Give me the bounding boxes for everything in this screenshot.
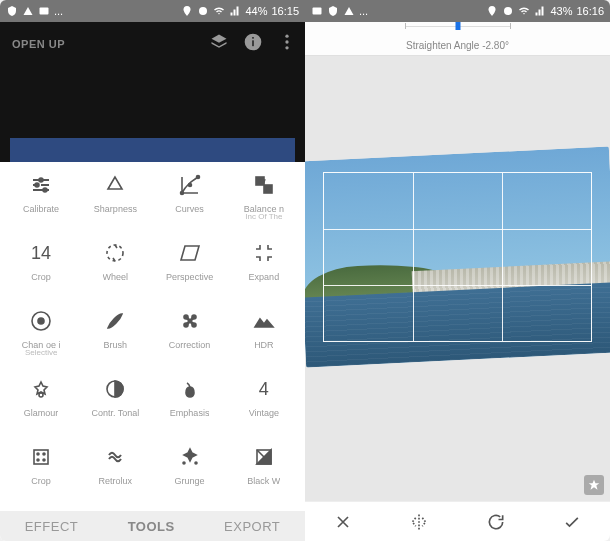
tool-label: Correction [169,340,211,350]
svg-rect-4 [252,37,254,39]
image-icon [311,5,323,17]
tool-label: Curves [175,204,204,214]
tool-balance[interactable]: WBBalance nInc Of The [227,172,301,240]
info-icon[interactable] [243,32,263,52]
triangle-icon [22,5,34,17]
tool-expand[interactable]: Expand [227,240,301,308]
svg-point-21 [184,315,188,319]
time-text: 16:15 [271,5,299,17]
tool-bw[interactable]: Black W [227,444,301,511]
tool-hdr[interactable]: HDR [227,308,301,376]
svg-point-9 [35,183,39,187]
svg-point-25 [39,393,43,397]
layers-icon[interactable] [209,32,229,52]
nfc-icon [502,5,514,17]
expand-icon [251,240,277,266]
svg-point-13 [196,176,199,179]
tool-label: Calibrate [23,204,59,214]
angle-ruler[interactable]: Straighten Angle -2.80° [305,22,610,56]
svg-point-31 [43,459,45,461]
svg-point-12 [188,184,191,187]
svg-point-23 [184,323,188,327]
svg-point-24 [192,323,196,327]
tool-selective[interactable]: Chan oe iSelective [4,308,78,376]
svg-point-5 [285,35,288,38]
wheel-icon [102,240,128,266]
app-header: OPEN UP [0,22,305,162]
signal-icon [534,5,546,17]
wifi-icon [213,5,225,17]
photo-preview[interactable] [309,162,606,352]
perspective-icon [177,240,203,266]
tool-label: Crop [31,476,51,486]
signal-icon [229,5,241,17]
svg-point-28 [37,453,39,455]
crop-grid [323,172,592,342]
tool-vintage[interactable]: 4Vintage [227,376,301,444]
tool-label: Emphasis [170,408,210,418]
tool-emphasis[interactable]: Emphasis [153,376,227,444]
status-bar: ... 43% 16:16 [305,0,610,22]
svg-point-22 [192,315,196,319]
nfc-icon [197,5,209,17]
tool-glamour[interactable]: Glamour [4,376,78,444]
tab-effect[interactable]: EFFECT [25,519,79,534]
tool-crop2[interactable]: Crop [4,444,78,511]
cancel-button[interactable] [331,510,355,534]
tonal-icon [102,376,128,402]
bottom-tabs: EFFECT TOOLS EXPORT [0,511,305,541]
tool-calibrate[interactable]: Calibrate [4,172,78,240]
tool-wheel[interactable]: Wheel [78,240,152,308]
tool-correction[interactable]: Correction [153,308,227,376]
selective-icon [28,308,54,334]
left-phone: ... 44% 16:15 OPEN UP CalibrateSharpne [0,0,305,541]
tool-brush[interactable]: Brush [78,308,152,376]
wifi-icon [518,5,530,17]
app-title: OPEN UP [12,38,65,50]
tool-label: HDR [254,340,274,350]
tool-grunge[interactable]: Grunge [153,444,227,511]
vintage-icon: 4 [251,376,277,402]
more-indicator: ... [359,5,368,17]
correction-icon [177,308,203,334]
svg-point-32 [183,462,185,464]
tool-curves[interactable]: Curves [153,172,227,240]
straighten-stage: Straighten Angle -2.80° [305,22,610,541]
tool-label: Sharpness [94,204,137,214]
crop-icon: 14 [28,240,54,266]
shield-icon [6,5,18,17]
tool-perspective[interactable]: Perspective [153,240,227,308]
tool-retrolux[interactable]: Retrolux [78,444,152,511]
tool-label: Expand [249,272,280,282]
shield-icon [327,5,339,17]
more-indicator: ... [54,5,63,17]
emphasis-icon [177,376,203,402]
favorite-button[interactable] [584,475,604,495]
flip-button[interactable] [407,510,431,534]
bottom-toolbar [305,501,610,541]
tab-export[interactable]: EXPORT [224,519,280,534]
svg-point-1 [199,7,207,15]
location-icon [486,5,498,17]
hdr-icon [251,308,277,334]
tool-tonal[interactable]: Contr. Tonal [78,376,152,444]
tool-sharpness[interactable]: Sharpness [78,172,152,240]
svg-point-7 [285,46,288,49]
svg-point-20 [38,318,44,324]
tool-label: Brush [104,340,128,350]
brush-icon [102,308,128,334]
tab-tools[interactable]: TOOLS [128,519,175,534]
confirm-button[interactable] [560,510,584,534]
svg-point-33 [195,462,197,464]
cast-icon [38,5,50,17]
tool-sublabel: Inc Of The [245,212,282,221]
svg-text:W: W [259,179,265,185]
tool-label: Retrolux [99,476,133,486]
tools-panel: CalibrateSharpnessCurvesWBBalance nInc O… [0,162,305,511]
more-icon[interactable] [277,32,297,52]
battery-text: 44% [245,5,267,17]
rotate-button[interactable] [484,510,508,534]
tool-sublabel: Selective [25,348,57,357]
tool-crop[interactable]: 14Crop [4,240,78,308]
bw-icon [251,444,277,470]
